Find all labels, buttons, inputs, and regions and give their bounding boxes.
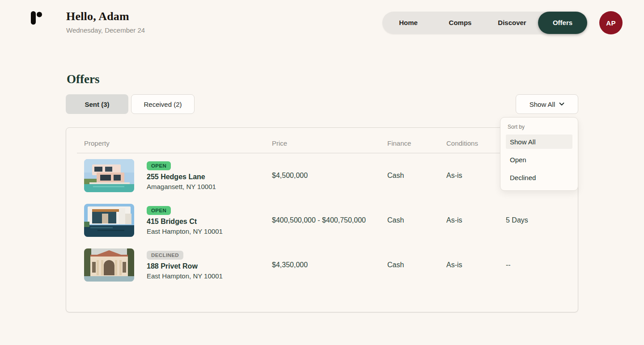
column-header-finance: Finance <box>387 139 446 147</box>
tab-sent[interactable]: Sent (3) <box>66 94 128 114</box>
avatar[interactable]: AP <box>599 11 623 34</box>
offer-price: $4,350,000 <box>272 261 387 269</box>
property-city: East Hampton, NY 10001 <box>147 272 272 280</box>
sort-option-declined[interactable]: Declined <box>506 170 572 185</box>
top-nav: Home Comps Discover Offers <box>382 12 587 34</box>
sort-dropdown-menu: Sort by Show All Open Declined <box>500 117 578 191</box>
property-info: OPEN 255 Hedges Lane Amagansett, NY 1000… <box>147 161 272 190</box>
offer-conditions: As-is <box>446 216 506 224</box>
property-photo <box>84 248 134 282</box>
filter-dropdown-button[interactable]: Show All <box>516 94 578 114</box>
offer-expiry: 5 Days <box>506 216 578 224</box>
column-header-property: Property <box>84 139 272 147</box>
status-badge: OPEN <box>147 206 171 215</box>
offer-finance: Cash <box>387 261 446 269</box>
column-header-conditions: Conditions <box>446 139 506 147</box>
greeting-date: Wednesday, December 24 <box>66 26 145 34</box>
offer-expiry: -- <box>506 261 578 269</box>
offer-row-188-privet-row[interactable]: DECLINED 188 Privet Row East Hampton, NY… <box>66 243 578 287</box>
page-title: Offers <box>67 72 99 86</box>
offer-conditions: As-is <box>446 261 506 269</box>
filter-label: Show All <box>530 101 555 108</box>
status-badge: OPEN <box>147 161 171 170</box>
sort-option-show-all[interactable]: Show All <box>506 135 572 149</box>
property-info: DECLINED 188 Privet Row East Hampton, NY… <box>147 251 272 280</box>
offers-tabs: Sent (3) Received (2) <box>66 94 195 114</box>
offer-row-415-bridges-ct[interactable]: OPEN 415 Bridges Ct East Hampton, NY 100… <box>66 198 578 243</box>
property-city: East Hampton, NY 10001 <box>147 227 272 235</box>
tab-received[interactable]: Received (2) <box>131 94 195 114</box>
chevron-down-icon <box>559 102 564 106</box>
offer-price: $400,500,000 - $400,750,000 <box>272 216 387 224</box>
offer-conditions: As-is <box>446 172 506 180</box>
property-city: Amagansett, NY 10001 <box>147 183 272 190</box>
offer-price: $4,500,000 <box>272 172 387 180</box>
offer-finance: Cash <box>387 216 446 224</box>
offer-finance: Cash <box>387 172 446 180</box>
nav-item-home[interactable]: Home <box>382 12 434 34</box>
status-badge: DECLINED <box>147 251 183 260</box>
nav-item-offers[interactable]: Offers <box>538 12 587 34</box>
property-photo <box>84 159 134 192</box>
sort-dropdown-title: Sort by <box>506 124 572 135</box>
property-address: 255 Hedges Lane <box>147 173 272 181</box>
property-address: 188 Privet Row <box>147 262 272 270</box>
app-logo-icon[interactable] <box>30 10 43 25</box>
nav-item-discover[interactable]: Discover <box>486 12 538 34</box>
property-photo <box>84 204 134 237</box>
nav-item-comps[interactable]: Comps <box>434 12 486 34</box>
property-info: OPEN 415 Bridges Ct East Hampton, NY 100… <box>147 206 272 235</box>
greeting-title: Hello, Adam <box>66 10 145 23</box>
sort-option-open[interactable]: Open <box>506 152 572 167</box>
column-header-price: Price <box>272 139 387 147</box>
property-address: 415 Bridges Ct <box>147 218 272 226</box>
greeting-block: Hello, Adam Wednesday, December 24 <box>66 10 145 34</box>
